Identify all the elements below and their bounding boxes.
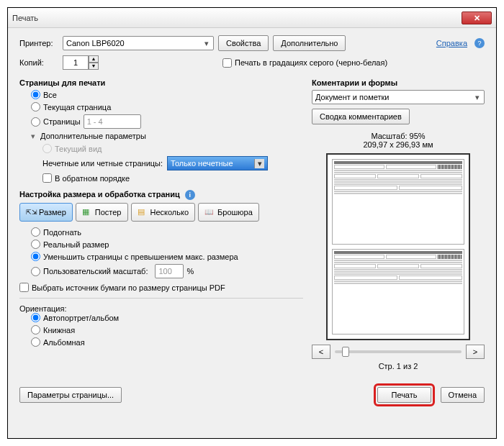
titlebar: Печать ✕ <box>8 8 496 28</box>
preview-doc-2 <box>332 249 464 334</box>
summarize-comments-button[interactable]: Сводка комментариев <box>312 109 410 124</box>
print-dialog: Печать ✕ Принтер: Canon LBP6020 ▾ Свойст… <box>7 7 497 439</box>
radio-current-view[interactable]: Текущий вид <box>42 144 303 153</box>
print-button[interactable]: Печать <box>377 387 431 403</box>
page-range-input[interactable] <box>84 114 141 129</box>
chevron-down-icon: ▾ <box>472 93 482 102</box>
properties-button[interactable]: Свойства <box>218 35 269 51</box>
info-icon[interactable]: i <box>185 190 195 200</box>
page-setup-button[interactable]: Параметры страницы... <box>19 387 122 403</box>
preview-next-button[interactable]: > <box>466 345 485 359</box>
print-highlight: Печать <box>374 383 434 406</box>
size-tab[interactable]: Размер <box>19 203 73 222</box>
cancel-button[interactable]: Отмена <box>441 387 485 403</box>
copies-input[interactable] <box>63 55 89 70</box>
close-button[interactable]: ✕ <box>462 12 492 24</box>
poster-tab[interactable]: Постер <box>76 203 128 222</box>
preview-prev-button[interactable]: < <box>312 345 330 359</box>
page-dimensions: 209,97 x 296,93 мм <box>312 140 485 149</box>
radio-landscape[interactable]: Альбомная <box>31 337 303 347</box>
comments-select[interactable]: Документ и пометки ▾ <box>312 90 485 104</box>
radio-custom-scale[interactable]: Пользовательский масштаб: % <box>31 264 303 278</box>
preview-slider[interactable] <box>335 350 462 353</box>
copies-spinner[interactable]: ▲ ▼ <box>63 55 99 70</box>
printer-label: Принтер: <box>19 39 58 47</box>
radio-fit[interactable]: Подогнать <box>31 227 303 237</box>
preview-doc-1 <box>332 159 464 245</box>
odd-even-select[interactable]: Только нечетные ▾ <box>167 156 268 170</box>
booklet-icon <box>204 207 215 217</box>
print-preview <box>326 153 470 340</box>
grayscale-checkbox[interactable]: Печать в градациях серого (черно-белая) <box>222 58 387 68</box>
help-link[interactable]: Справка <box>436 39 467 47</box>
printer-value: Canon LBP6020 <box>66 39 125 47</box>
booklet-tab[interactable]: Брошюра <box>198 203 259 222</box>
advanced-button[interactable]: Дополнительно <box>273 35 346 51</box>
page-counter: Стр. 1 из 2 <box>312 362 485 370</box>
poster-icon <box>82 207 92 217</box>
reverse-checkbox[interactable]: В обратном порядке <box>42 173 303 183</box>
printer-select[interactable]: Canon LBP6020 ▾ <box>63 36 214 50</box>
chevron-down-icon: ▾ <box>202 39 212 48</box>
radio-range[interactable]: Страницы <box>31 114 303 129</box>
spin-down-icon[interactable]: ▼ <box>89 63 99 70</box>
radio-actual[interactable]: Реальный размер <box>31 240 303 249</box>
custom-scale-input[interactable] <box>155 264 184 278</box>
more-params-toggle[interactable]: ▾ Дополнительные параметры <box>31 132 303 141</box>
scale-display: Масштаб: 95% <box>312 132 485 140</box>
window-title: Печать <box>12 14 462 22</box>
paper-source-checkbox[interactable]: Выбрать источник бумаги по размеру стран… <box>19 283 303 292</box>
slider-thumb[interactable] <box>342 347 349 357</box>
tree-collapse-icon: ▾ <box>31 132 38 141</box>
copies-label: Копий: <box>19 58 58 67</box>
spin-up-icon[interactable]: ▲ <box>89 55 99 63</box>
radio-portrait[interactable]: Книжная <box>31 325 303 334</box>
comments-section-title: Коментарии и формы <box>312 78 485 87</box>
radio-current[interactable]: Текущая страница <box>31 102 303 112</box>
radio-all[interactable]: Все <box>31 90 303 99</box>
multiple-tab[interactable]: Несколько <box>131 203 196 222</box>
radio-auto-orient[interactable]: Автопортрет/альбом <box>31 313 303 322</box>
help-icon[interactable]: ? <box>474 38 485 48</box>
pages-section-title: Страницы для печати <box>19 78 303 87</box>
radio-shrink[interactable]: Уменьшить страницы с превышением макс. р… <box>31 252 303 261</box>
chevron-down-icon: ▾ <box>254 159 264 168</box>
odd-even-label: Нечетные или четные страницы: <box>42 159 163 168</box>
sizing-section-title: Настройка размера и обработка страниц <box>19 190 180 199</box>
multi-icon <box>138 207 148 217</box>
size-icon <box>26 207 36 217</box>
orientation-label: Ориентация: <box>19 304 303 313</box>
